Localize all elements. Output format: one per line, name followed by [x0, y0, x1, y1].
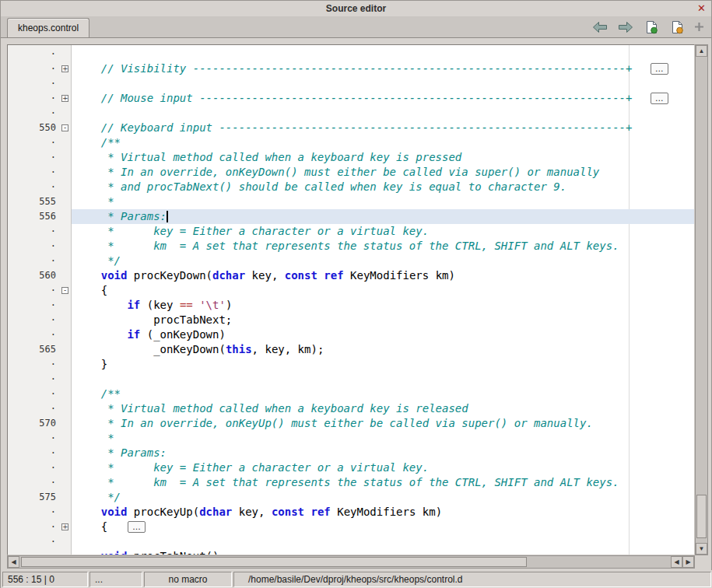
- code-line[interactable]: · * km = A set that represents the statu…: [8, 239, 694, 254]
- document-green-button[interactable]: [643, 19, 660, 34]
- document-orange-mark-icon: [671, 20, 684, 34]
- code-line[interactable]: ·: [8, 106, 694, 121]
- fold-column: [60, 165, 72, 180]
- code-line[interactable]: · void procKeyUp(dchar key, const ref Ke…: [8, 505, 694, 520]
- detach-grip-icon: [695, 23, 703, 31]
- code-line[interactable]: ·: [8, 534, 694, 549]
- detach-button[interactable]: [694, 19, 704, 34]
- code-line[interactable]: 565 _onKeyDown(this, key, km);: [8, 342, 694, 357]
- fold-column: +: [60, 520, 72, 534]
- code-text: * In an override, onKeyUp() must either …: [72, 416, 694, 431]
- fold-column: [60, 150, 72, 165]
- fold-expand-icon[interactable]: +: [61, 95, 68, 102]
- code-line[interactable]: · *: [8, 431, 694, 446]
- document-orange-button[interactable]: [668, 19, 686, 34]
- code-line[interactable]: ·+ {...: [8, 520, 694, 534]
- gutter-dot: ·: [8, 505, 60, 520]
- code-line[interactable]: 556 * Params:: [8, 209, 694, 224]
- code-line[interactable]: · * Params:: [8, 446, 694, 460]
- fold-column: [60, 387, 72, 401]
- code-text: _onKeyDown(this, key, km);: [72, 342, 694, 357]
- code-line[interactable]: · }: [8, 357, 694, 372]
- code-line[interactable]: ·: [8, 372, 694, 387]
- code-text: procTabNext;: [72, 313, 694, 327]
- code-line[interactable]: · * key = Either a character or a virtua…: [8, 224, 694, 239]
- collapsed-fold-ellipsis[interactable]: ...: [128, 521, 146, 533]
- vertical-scroll-track[interactable]: [696, 57, 707, 543]
- code-text: /**: [72, 387, 694, 401]
- code-line[interactable]: · /**: [8, 387, 694, 401]
- fold-collapse-icon[interactable]: -: [61, 124, 68, 131]
- fold-column: [60, 549, 72, 555]
- fold-column: +: [60, 91, 72, 106]
- gutter-dot: ·: [8, 76, 60, 91]
- code-line[interactable]: ·+ // Visibility -----------------------…: [8, 61, 694, 76]
- horizontal-scroll-track[interactable]: [19, 556, 671, 568]
- fold-column: [60, 209, 72, 224]
- scroll-left-button-2[interactable]: ◀: [671, 556, 682, 568]
- fold-column: [60, 475, 72, 490]
- tab-kheops-control[interactable]: kheops.control: [7, 18, 89, 37]
- code-line[interactable]: 575 */: [8, 490, 694, 505]
- code-line[interactable]: · if (key == '\t'): [8, 298, 694, 313]
- code-line[interactable]: ·: [8, 47, 694, 61]
- fold-expand-icon[interactable]: +: [61, 523, 68, 530]
- scroll-up-button[interactable]: ▲: [696, 45, 707, 57]
- code-line[interactable]: · * Virtual method called when a keyboar…: [8, 150, 694, 165]
- scroll-right-button[interactable]: ▶: [682, 556, 694, 568]
- gutter-dot: ·: [8, 327, 60, 342]
- gutter-dot: ·: [8, 298, 60, 313]
- fold-column: [60, 505, 72, 520]
- fold-column: [60, 431, 72, 446]
- gutter-dot: ·: [8, 165, 60, 180]
- code-line[interactable]: ·- {: [8, 283, 694, 298]
- fold-column: [60, 180, 72, 194]
- code-line[interactable]: · if (_onKeyDown): [8, 327, 694, 342]
- collapsed-fold-ellipsis[interactable]: ...: [651, 63, 668, 75]
- fold-collapse-icon[interactable]: -: [61, 287, 68, 294]
- close-icon[interactable]: ✕: [697, 2, 706, 14]
- gutter-dot: ·: [8, 387, 60, 401]
- line-number: 575: [8, 490, 60, 505]
- go-forward-button[interactable]: [617, 19, 634, 34]
- code-line[interactable]: 570 * In an override, onKeyUp() must eit…: [8, 416, 694, 431]
- caret-position-status: 556 : 15 | 0: [2, 572, 88, 587]
- vertical-scroll-thumb[interactable]: [696, 495, 707, 538]
- gutter-dot: ·: [8, 460, 60, 475]
- tabbar: kheops.control: [1, 16, 711, 38]
- go-back-button[interactable]: [591, 19, 609, 34]
- code-text: * and procTabNext() should be called whe…: [72, 180, 694, 194]
- scroll-left-button[interactable]: ◀: [8, 556, 19, 568]
- code-line[interactable]: · void procTabNext(): [8, 549, 694, 555]
- code-line[interactable]: · procTabNext;: [8, 313, 694, 327]
- code-text: void procTabNext(): [72, 549, 694, 555]
- code-line[interactable]: 555 *: [8, 194, 694, 209]
- code-line[interactable]: ·: [8, 76, 694, 91]
- fold-column: [60, 460, 72, 475]
- collapsed-fold-ellipsis[interactable]: ...: [651, 93, 668, 104]
- code-line[interactable]: · * key = Either a character or a virtua…: [8, 460, 694, 475]
- code-line[interactable]: · */: [8, 254, 694, 268]
- code-line[interactable]: · * Virtual method called when a keyboar…: [8, 401, 694, 416]
- horizontal-scroll-thumb[interactable]: [21, 557, 527, 567]
- gutter-dot: ·: [8, 91, 60, 106]
- code-text: // Mouse input -------------------------…: [72, 91, 694, 106]
- code-line[interactable]: 550- // Keyboard input -----------------…: [8, 121, 694, 135]
- fold-column: [60, 416, 72, 431]
- code-text: /**: [72, 135, 694, 150]
- fold-expand-icon[interactable]: +: [61, 65, 68, 72]
- macro-status: no macro: [144, 572, 232, 587]
- editor-area[interactable]: ··+ // Visibility ----------------------…: [7, 44, 695, 555]
- code-line[interactable]: · * km = A set that represents the statu…: [8, 475, 694, 490]
- fold-column: +: [60, 61, 72, 76]
- horizontal-scrollbar[interactable]: ◀ ◀ ▶: [7, 555, 695, 569]
- code-line[interactable]: · * In an override, onKeyDown() must eit…: [8, 165, 694, 180]
- titlebar[interactable]: Source editor ✕: [1, 1, 711, 16]
- vertical-scrollbar[interactable]: ▲ ▼: [695, 44, 708, 555]
- gutter-dot: ·: [8, 106, 60, 121]
- code-line[interactable]: ·+ // Mouse input ----------------------…: [8, 91, 694, 106]
- code-line[interactable]: · /**: [8, 135, 694, 150]
- scroll-down-button[interactable]: ▼: [696, 543, 707, 555]
- code-line[interactable]: 560 void procKeyDown(dchar key, const re…: [8, 268, 694, 283]
- code-line[interactable]: · * and procTabNext() should be called w…: [8, 180, 694, 194]
